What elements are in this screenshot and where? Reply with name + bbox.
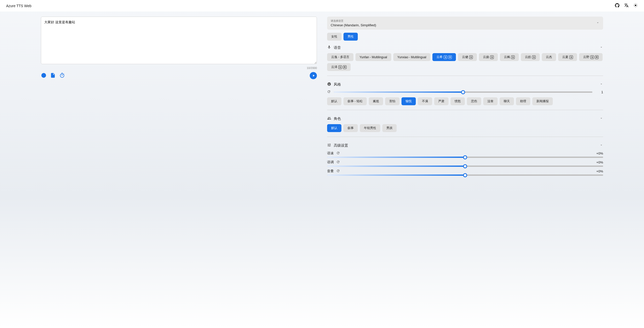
voice-chip[interactable]: 云皓S bbox=[521, 53, 540, 61]
gender-chips: 女性男性 bbox=[327, 33, 603, 41]
rate-value: +0% bbox=[596, 151, 603, 155]
voice-badge: S bbox=[469, 55, 473, 59]
style-chip[interactable]: 新闻播报 bbox=[532, 97, 553, 105]
rate-row: 语速 +0% bbox=[327, 151, 603, 156]
voice-section-title: 语音 bbox=[334, 45, 341, 50]
document-icon[interactable] bbox=[50, 73, 56, 79]
rate-label: 语速 bbox=[327, 151, 334, 156]
style-chip[interactable]: 悲伤 bbox=[467, 97, 481, 105]
gender-chip[interactable]: 男性 bbox=[343, 33, 358, 41]
play-button[interactable] bbox=[310, 72, 317, 79]
voice-chip[interactable]: 云杰 bbox=[542, 53, 556, 61]
language-value: Chinese (Mandarin, Simplified) bbox=[331, 23, 376, 27]
svg-line-3 bbox=[634, 4, 635, 4]
svg-line-7 bbox=[634, 6, 635, 7]
svg-point-0 bbox=[635, 5, 636, 6]
github-icon[interactable] bbox=[615, 3, 619, 8]
reset-icon[interactable] bbox=[336, 160, 340, 165]
chevron-down-icon bbox=[600, 82, 603, 87]
role-chip[interactable]: 男孩 bbox=[382, 124, 397, 132]
style-chip[interactable]: 默认 bbox=[327, 97, 341, 105]
download-icon[interactable] bbox=[41, 73, 47, 79]
slider-track[interactable] bbox=[334, 91, 592, 93]
slider-thumb[interactable] bbox=[463, 155, 467, 159]
voice-chip[interactable]: 云野SR bbox=[579, 53, 603, 61]
char-counter: 10/2000 bbox=[41, 66, 317, 69]
style-chip[interactable]: 愤怒 bbox=[451, 97, 465, 105]
advanced-section-title: 高级设置 bbox=[334, 143, 348, 148]
app-header: Azure TTS Web bbox=[0, 0, 644, 11]
language-select[interactable]: 请选择语言 Chinese (Mandarin, Simplified) bbox=[327, 17, 603, 30]
role-chip[interactable]: 叙事 bbox=[343, 124, 358, 132]
voice-chip[interactable]: 云健S bbox=[458, 53, 477, 61]
chevron-down-icon bbox=[600, 45, 603, 50]
theme-toggle-icon[interactable] bbox=[633, 3, 638, 8]
advanced-section-header[interactable]: 高级设置 bbox=[327, 143, 603, 148]
chevron-down-icon bbox=[600, 143, 603, 148]
voice-badge: R bbox=[343, 65, 347, 69]
main-content: 10/2000 请选择语言 Chinese (Mandarin, Simplif… bbox=[0, 11, 644, 183]
reset-icon[interactable] bbox=[327, 90, 331, 94]
style-chip[interactable]: 聊天 bbox=[500, 97, 514, 105]
translate-icon[interactable] bbox=[624, 3, 629, 8]
mic-icon bbox=[327, 45, 331, 50]
voice-chip[interactable]: 云夏S bbox=[558, 53, 577, 61]
voice-section-header[interactable]: 语音 bbox=[327, 45, 603, 50]
voice-badge: S bbox=[569, 55, 573, 59]
divider bbox=[327, 137, 603, 137]
pitch-slider[interactable] bbox=[327, 166, 603, 167]
style-chip[interactable]: 不满 bbox=[418, 97, 432, 105]
voice-chip[interactable]: 云扬S bbox=[479, 53, 498, 61]
voice-chips: 云逸 - 多语言Yunfan - MultilingualYunxiao - M… bbox=[327, 53, 603, 71]
stopwatch-icon[interactable] bbox=[59, 73, 65, 79]
voice-badge: S bbox=[590, 55, 594, 59]
svg-line-4 bbox=[637, 6, 637, 7]
face-icon bbox=[327, 82, 331, 87]
right-column: 请选择语言 Chinese (Mandarin, Simplified) 女性男… bbox=[327, 17, 603, 178]
divider bbox=[327, 110, 603, 110]
role-chip[interactable]: 年轻男性 bbox=[360, 124, 380, 132]
volume-slider[interactable] bbox=[327, 174, 603, 176]
svg-line-8 bbox=[637, 4, 637, 4]
style-chip[interactable]: 害怕 bbox=[385, 97, 399, 105]
voice-chip[interactable]: 云希SR bbox=[432, 53, 456, 61]
style-chip[interactable]: 助理 bbox=[516, 97, 530, 105]
app-title: Azure TTS Web bbox=[6, 4, 31, 8]
slider-thumb[interactable] bbox=[463, 173, 467, 177]
style-section-title: 风格 bbox=[334, 82, 341, 87]
text-input[interactable] bbox=[41, 17, 317, 64]
style-degree-slider[interactable]: 1 bbox=[327, 90, 603, 94]
voice-badge: S bbox=[511, 55, 515, 59]
style-chip[interactable]: 沮丧 bbox=[483, 97, 498, 105]
style-degree-value: 1 bbox=[595, 90, 603, 94]
voice-chip[interactable]: 云泽SR bbox=[327, 63, 351, 71]
gender-chip[interactable]: 女性 bbox=[327, 33, 341, 41]
reset-icon[interactable] bbox=[336, 151, 340, 156]
slider-thumb[interactable] bbox=[463, 164, 467, 168]
role-section-header[interactable]: 角色 bbox=[327, 116, 603, 121]
tune-icon bbox=[327, 143, 331, 148]
style-section-header[interactable]: 风格 bbox=[327, 82, 603, 87]
pitch-row: 语调 +0% bbox=[327, 160, 603, 165]
volume-label: 音量 bbox=[327, 169, 334, 173]
language-label: 请选择语言 bbox=[331, 19, 376, 23]
header-icon-group bbox=[615, 3, 638, 8]
style-chip[interactable]: 尴尬 bbox=[369, 97, 383, 105]
reset-icon[interactable] bbox=[336, 169, 340, 173]
role-section-title: 角色 bbox=[334, 116, 341, 121]
chevron-down-icon bbox=[600, 116, 603, 121]
rate-slider[interactable] bbox=[327, 157, 603, 158]
role-chip[interactable]: 默认 bbox=[327, 124, 341, 132]
style-chip[interactable]: 愉悦 bbox=[401, 97, 416, 105]
slider-thumb[interactable] bbox=[461, 90, 465, 94]
voice-chip[interactable]: 云枫S bbox=[500, 53, 519, 61]
voice-chip[interactable]: 云逸 - 多语言 bbox=[327, 53, 353, 61]
voice-chip[interactable]: Yunxiao - Multilingual bbox=[393, 53, 430, 61]
style-chip[interactable]: 严肃 bbox=[434, 97, 448, 105]
toolbar bbox=[41, 72, 317, 79]
voice-chip[interactable]: Yunfan - Multilingual bbox=[355, 53, 391, 61]
voice-badge: S bbox=[444, 55, 447, 59]
style-chip[interactable]: 叙事 - 轻松 bbox=[343, 97, 367, 105]
voice-badge: S bbox=[338, 65, 342, 69]
voice-badge: S bbox=[532, 55, 536, 59]
